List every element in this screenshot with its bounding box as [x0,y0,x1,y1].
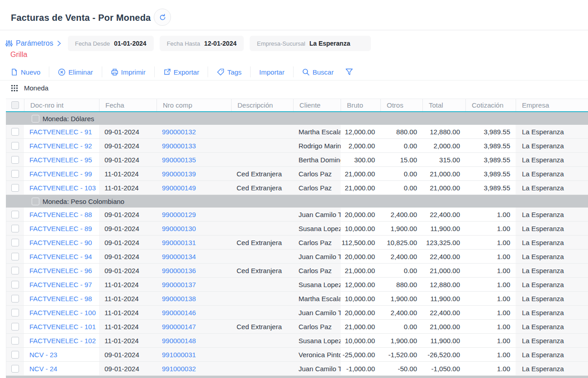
nro-comp-link[interactable]: 991000032 [162,365,196,373]
doc-nro-link[interactable]: FACTVENELEC - 94 [29,253,92,260]
row-checkbox[interactable] [11,184,19,192]
parameters-toggle[interactable]: Parámetros [5,39,62,47]
doc-nro-link[interactable]: FACTVENELEC - 92 [29,142,92,150]
row-checkbox[interactable] [11,323,19,331]
doc-nro-link[interactable]: FACTVENELEC - 101 [29,323,96,331]
filter-funnel-icon[interactable] [342,68,356,76]
select-all-checkbox[interactable] [11,101,19,109]
cell-total: 11,900.00 [422,292,465,305]
cell-empresa: La Esperanza [516,208,588,221]
row-checkbox[interactable] [11,365,19,373]
doc-nro-link[interactable]: FACTVENELEC - 91 [29,128,92,136]
nro-comp-link[interactable]: 990000148 [162,337,196,345]
column-header-descripci-n[interactable]: Descripción [231,99,293,111]
toolbar-button-exportar[interactable]: Exportar [155,66,209,77]
doc-nro-link[interactable]: FACTVENELEC - 96 [29,267,92,274]
toolbar-button-nuevo[interactable]: Nuevo [6,66,49,77]
param-field-fecha-hasta[interactable]: Fecha Hasta12-01-2024 [160,36,244,51]
nro-comp-link[interactable]: 991000031 [162,351,196,359]
row-checkbox[interactable] [11,156,19,164]
nro-comp-link[interactable]: 990000131 [162,239,196,246]
column-header-otros[interactable]: Otros [380,99,422,111]
row-checkbox[interactable] [11,267,19,274]
row-checkbox[interactable] [11,253,19,260]
cell-fecha: 11-01-2024 [99,278,156,291]
cell-fecha: 11-01-2024 [99,181,156,194]
row-checkbox[interactable] [11,337,19,345]
cell-bruto: 20,000.00 [341,250,380,263]
doc-nro-link[interactable]: FACTVENELEC - 88 [29,211,92,218]
nro-comp-link[interactable]: 990000149 [162,184,196,192]
cell-checkbox [6,278,24,291]
column-header-fecha[interactable]: Fecha [99,99,156,111]
toolbar-button-tags[interactable]: Tags [208,66,251,77]
toolbar-button-buscar[interactable]: Buscar [294,66,342,77]
delete-icon [58,68,66,76]
nro-comp-link[interactable]: 990000129 [162,211,196,218]
doc-nro-link[interactable]: NCV - 23 [29,351,57,359]
cell-otros: 0.00 [380,320,422,333]
row-checkbox[interactable] [11,142,19,150]
toolbar-button-imprimir[interactable]: Imprimir [102,66,155,77]
doc-nro-link[interactable]: FACTVENELEC - 90 [29,239,92,246]
doc-nro-link[interactable]: NCV - 24 [29,365,57,373]
param-field-label: Fecha Hasta [167,40,200,47]
tab-grilla[interactable]: Grilla [10,51,27,59]
nro-comp-link[interactable]: 990000134 [162,253,196,260]
param-field-fecha-desde[interactable]: Fecha Desde01-01-2024 [68,36,154,51]
nro-comp-link[interactable]: 990000138 [162,295,196,302]
cell-total: 21,000.00 [422,181,465,194]
doc-nro-link[interactable]: FACTVENELEC - 89 [29,225,92,232]
column-header-nro-comp[interactable]: Nro comp [156,99,231,111]
doc-nro-link[interactable]: FACTVENELEC - 97 [29,281,92,288]
nro-comp-link[interactable]: 990000133 [162,142,196,150]
doc-nro-link[interactable]: FACTVENELEC - 98 [29,295,92,302]
nro-comp-link[interactable]: 990000135 [162,156,196,164]
doc-nro-link[interactable]: FACTVENELEC - 103 [29,184,96,192]
row-checkbox[interactable] [11,281,19,288]
column-header-bruto[interactable]: Bruto [341,99,380,111]
page-header: Facturas de Venta - Por Moneda [11,13,164,23]
nro-comp-link[interactable]: 990000139 [162,170,196,178]
cell-cliente: Carlos Paz [293,264,341,277]
nro-comp-link[interactable]: 990000146 [162,309,196,317]
column-header-cotizaci-n[interactable]: Cotización [465,99,516,111]
row-checkbox[interactable] [11,309,19,317]
toolbar-button-importar[interactable]: Importar [251,66,294,77]
cell-nro-comp: 990000134 [156,250,231,263]
cell-bruto: -1,000.00 [341,362,380,375]
row-checkbox[interactable] [11,351,19,359]
group-by-label[interactable]: Moneda [24,84,48,92]
cell-empresa: La Esperanza [516,153,588,166]
nro-comp-link[interactable]: 990000147 [162,323,196,331]
cell-empresa: La Esperanza [516,236,588,249]
toolbar-button-eliminar[interactable]: Eliminar [49,66,102,77]
nro-comp-link[interactable]: 990000132 [162,128,196,136]
cell-bruto: 21,000.00 [341,264,380,277]
row-checkbox[interactable] [11,239,19,246]
nro-comp-link[interactable]: 990000136 [162,267,196,274]
doc-nro-link[interactable]: FACTVENELEC - 100 [29,309,96,317]
row-checkbox[interactable] [11,295,19,302]
row-checkbox[interactable] [11,128,19,136]
doc-nro-link[interactable]: FACTVENELEC - 102 [29,337,96,345]
column-header-cliente[interactable]: Cliente [293,99,341,111]
row-checkbox[interactable] [11,211,19,218]
column-header-total[interactable]: Total [422,99,465,111]
cell-checkbox [6,306,24,319]
doc-nro-link[interactable]: FACTVENELEC - 95 [29,156,92,164]
row-checkbox[interactable] [11,225,19,232]
param-field-empresa-sucursal[interactable]: Empresa-SucursalLa Esperanza [250,36,371,51]
cell-empresa: La Esperanza [516,306,588,319]
column-header-doc-nro-int[interactable]: Doc-nro int [24,99,99,111]
nro-comp-link[interactable]: 990000130 [162,225,196,232]
cell-fecha: 09-01-2024 [99,125,156,138]
refresh-button[interactable] [154,9,171,26]
nro-comp-link[interactable]: 990000137 [162,281,196,288]
row-checkbox[interactable] [11,170,19,178]
cell-fecha: 09-01-2024 [99,362,156,375]
doc-nro-link[interactable]: FACTVENELEC - 99 [29,170,92,178]
column-header-empresa[interactable]: Empresa [516,99,588,111]
group-checkbox[interactable] [32,198,39,205]
group-checkbox[interactable] [32,115,39,123]
